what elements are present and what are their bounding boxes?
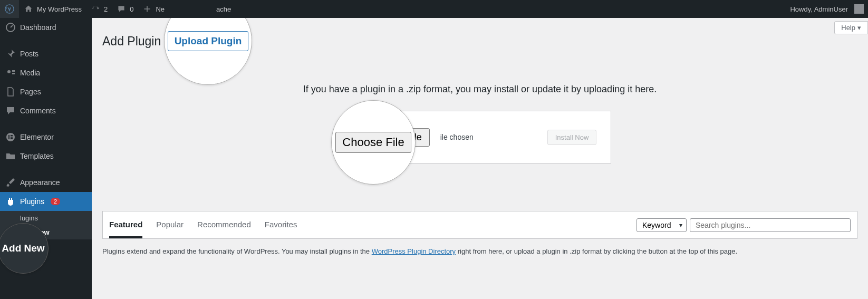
plugin-directory-link[interactable]: WordPress Plugin Directory: [372, 247, 456, 255]
comment-icon: [116, 4, 127, 14]
plus-icon: [142, 4, 152, 14]
page-title: Add Plugin: [102, 34, 161, 49]
svg-point-0: [5, 5, 14, 13]
tab-favorites[interactable]: Favorites: [265, 211, 297, 238]
main-content: Help ▾ Add Plugin Upload Plugin If you h…: [92, 18, 868, 299]
menu-label: ers: [20, 252, 30, 261]
menu-label: Comments: [20, 107, 56, 115]
menu-pages[interactable]: Pages: [0, 82, 92, 101]
svg-point-2: [7, 70, 11, 73]
menu-dashboard[interactable]: Dashboard: [0, 18, 92, 37]
choose-file-button[interactable]: Choose File: [363, 128, 430, 147]
menu-label: Elementor: [20, 133, 54, 141]
howdy-text: Howdy, AdminUser: [790, 5, 848, 13]
install-now-button[interactable]: Install Now: [547, 130, 597, 145]
new-content-link[interactable]: Ne: [138, 0, 169, 18]
admin-toolbar: My WordPress 2 0 Ne ache Howdy, AdminUse…: [0, 0, 868, 18]
menu-elementor[interactable]: Elementor: [0, 128, 92, 147]
menu-label: Appearance: [20, 178, 60, 187]
menu-comments[interactable]: Comments: [0, 101, 92, 120]
svg-point-8: [9, 253, 12, 256]
updates-count: 2: [104, 5, 108, 13]
site-name-link[interactable]: My WordPress: [19, 0, 86, 18]
menu-appearance[interactable]: Appearance: [0, 173, 92, 192]
my-account-link[interactable]: Howdy, AdminUser: [786, 0, 868, 18]
plugins-submenu: lugins Add New: [0, 211, 92, 239]
upload-plugin-button[interactable]: Upload Plugin: [166, 33, 240, 50]
menu-plugins[interactable]: Plugins 2: [0, 192, 92, 211]
cache-link[interactable]: ache: [212, 0, 235, 18]
menu-label: Dashboard: [20, 23, 56, 32]
help-tab[interactable]: Help ▾: [834, 21, 868, 34]
wordpress-icon: [4, 4, 15, 14]
menu-users[interactable]: ers: [0, 247, 92, 266]
dashboard-icon: [5, 22, 16, 33]
page-icon: [5, 86, 16, 97]
menu-label: Templates: [20, 152, 54, 160]
menu-posts[interactable]: Posts: [0, 44, 92, 63]
menu-media[interactable]: Media: [0, 63, 92, 82]
menu-label: Plugins: [20, 197, 44, 206]
elementor-icon: [5, 132, 16, 142]
comments-count: 0: [130, 5, 133, 13]
menu-label: Pages: [20, 88, 41, 96]
submenu-installed[interactable]: lugins: [0, 211, 92, 225]
site-name: My WordPress: [37, 5, 82, 13]
upload-description: If you have a plugin in a .zip format, y…: [102, 84, 857, 95]
new-label: Ne: [156, 5, 165, 13]
tab-recommended[interactable]: Recommended: [197, 211, 251, 238]
chevron-down-icon: ▾: [857, 24, 861, 32]
file-chosen-text: ile chosen: [440, 133, 474, 141]
svg-rect-6: [11, 137, 13, 138]
user-icon: [5, 251, 16, 262]
folder-icon: [5, 151, 16, 161]
submenu-add-new[interactable]: Add New: [0, 225, 92, 239]
avatar: [854, 4, 864, 14]
plugins-badge: 2: [51, 198, 60, 205]
svg-rect-5: [11, 135, 13, 136]
tab-popular[interactable]: Popular: [156, 211, 184, 238]
admin-sidebar: Dashboard Posts Media Pages Comments Ele…: [0, 18, 92, 299]
comments-link[interactable]: 0: [112, 0, 138, 18]
comment-icon: [5, 105, 16, 116]
tab-featured[interactable]: Featured: [109, 211, 142, 238]
menu-templates[interactable]: Templates: [0, 147, 92, 166]
pin-icon: [5, 49, 16, 59]
brush-icon: [5, 177, 16, 188]
filter-bar: Featured Popular Recommended Favorites K…: [102, 211, 857, 239]
updates-link[interactable]: 2: [86, 0, 112, 18]
wp-logo[interactable]: [0, 0, 19, 18]
media-icon: [5, 67, 16, 78]
refresh-icon: [90, 4, 101, 14]
upload-form: Choose File ile chosen Install Now: [349, 111, 611, 163]
menu-label: Media: [20, 69, 40, 77]
search-type-select[interactable]: Keyword: [636, 218, 687, 232]
svg-rect-7: [11, 138, 13, 139]
plug-icon: [5, 196, 16, 207]
menu-label: Posts: [20, 50, 38, 58]
cache-label: ache: [216, 5, 231, 13]
svg-rect-4: [8, 135, 9, 139]
plugins-description: Plugins extend and expand the functional…: [102, 246, 857, 257]
search-input[interactable]: [690, 218, 851, 232]
home-icon: [23, 4, 34, 14]
